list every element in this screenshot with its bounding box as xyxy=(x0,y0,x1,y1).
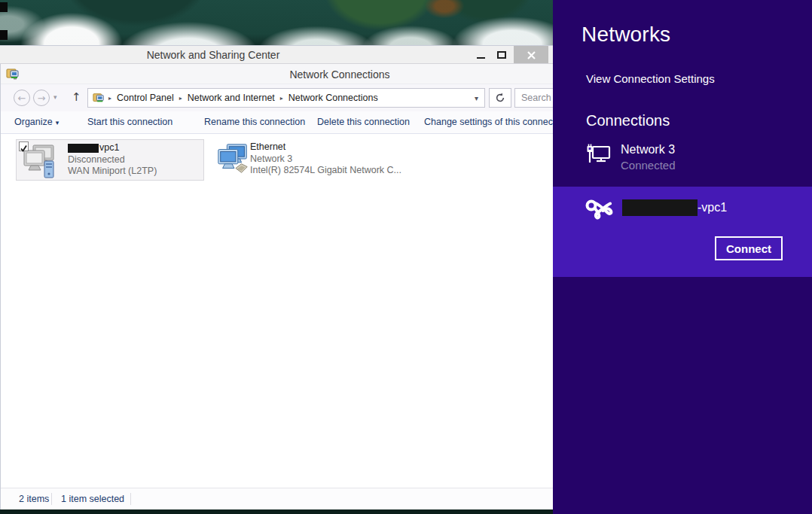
connection-name: vpc1 xyxy=(68,142,157,154)
breadcrumb-control-panel[interactable]: Control Panel xyxy=(115,93,176,103)
close-button[interactable] xyxy=(514,46,548,64)
delete-connection-button[interactable]: Delete this connection xyxy=(317,117,410,127)
network-item-wired[interactable]: Network 3 Connected xyxy=(586,143,676,172)
connection-status: Disconnected xyxy=(68,154,157,166)
status-divider xyxy=(130,493,131,505)
ethernet-monitors-icon xyxy=(215,141,252,178)
folder-content: vpc1 Disconnected WAN Miniport (L2TP) xyxy=(1,134,553,488)
command-toolbar: Organize▾ Start this connection Rename t… xyxy=(1,111,553,134)
connection-name: Ethernet xyxy=(250,141,401,154)
vpn-icon xyxy=(585,196,615,220)
minimize-button[interactable] xyxy=(470,46,491,64)
network-name: Network 3 xyxy=(621,143,676,157)
connection-network: Network 3 xyxy=(250,154,401,166)
back-button[interactable]: ← xyxy=(14,90,30,106)
search-box xyxy=(514,88,553,108)
refresh-icon xyxy=(495,93,505,103)
selected-count: 1 item selected xyxy=(61,494,124,504)
vpn-name: -vpc1 xyxy=(698,201,727,214)
connection-device: Intel(R) 82574L Gigabit Network C... xyxy=(250,165,401,177)
address-dropdown-chevron-icon[interactable]: ▾ xyxy=(475,94,478,102)
start-connection-button[interactable]: Start this connection xyxy=(87,117,172,127)
network-connections-window: Network Connections ← → ▾ ↑ ▸ Control Pa… xyxy=(0,64,553,509)
refresh-button[interactable] xyxy=(489,88,511,108)
back-arrow-icon: ← xyxy=(18,93,26,104)
address-location-icon xyxy=(93,92,105,104)
status-bar: 2 items 1 item selected xyxy=(1,488,553,509)
network-connections-titlebar: Network Connections xyxy=(1,64,553,84)
check-icon xyxy=(20,144,28,153)
forward-button[interactable]: → xyxy=(33,90,50,106)
item-checkbox[interactable] xyxy=(19,141,29,151)
address-bar[interactable]: ▸ Control Panel ▸ Network and Internet ▸… xyxy=(87,88,485,108)
network-item-vpn-selected[interactable]: -vpc1 Connect xyxy=(553,187,812,277)
close-icon xyxy=(527,50,536,60)
navigation-bar: ← → ▾ ↑ ▸ Control Panel ▸ Network and In… xyxy=(1,84,553,111)
maximize-button[interactable] xyxy=(491,46,512,64)
panel-title: Networks xyxy=(582,23,670,47)
minimize-icon xyxy=(477,57,485,59)
breadcrumb-network-connections[interactable]: Network Connections xyxy=(287,93,380,103)
view-connection-settings-link[interactable]: View Connection Settings xyxy=(586,72,715,85)
breadcrumb-network-and-internet[interactable]: Network and Internet xyxy=(186,93,276,103)
connect-button[interactable]: Connect xyxy=(715,236,783,260)
redaction-mark xyxy=(68,144,99,153)
redaction-mark xyxy=(0,2,8,12)
redaction-mark xyxy=(0,30,8,40)
network-connections-app-icon xyxy=(6,67,20,81)
connection-item-ethernet[interactable]: Ethernet Network 3 Intel(R) 82574L Gigab… xyxy=(214,139,425,181)
connection-item-vpn[interactable]: vpc1 Disconnected WAN Miniport (L2TP) xyxy=(16,139,204,181)
network-status: Connected xyxy=(621,159,676,172)
connections-header: Connections xyxy=(586,112,670,129)
breadcrumb-separator-icon: ▸ xyxy=(176,95,186,102)
wired-network-icon xyxy=(586,143,612,167)
window-title: Network Connections xyxy=(289,68,389,81)
maximize-icon xyxy=(497,51,506,59)
network-sharing-center-titlebar: Network and Sharing Center xyxy=(0,45,553,64)
forward-arrow-icon: → xyxy=(38,93,46,104)
organize-chevron-icon: ▾ xyxy=(56,119,60,126)
organize-button[interactable]: Organize▾ xyxy=(14,117,59,127)
redaction-mark xyxy=(622,199,698,216)
status-divider xyxy=(51,493,52,505)
rename-connection-button[interactable]: Rename this connection xyxy=(204,117,305,127)
window-title: Network and Sharing Center xyxy=(147,49,280,61)
items-count: 2 items xyxy=(19,494,49,504)
breadcrumb-separator-icon: ▸ xyxy=(276,95,287,102)
up-button[interactable]: ↑ xyxy=(72,90,81,104)
networks-panel: Networks View Connection Settings Connec… xyxy=(553,0,812,514)
connection-device: WAN Miniport (L2TP) xyxy=(68,166,157,178)
breadcrumb-separator-icon: ▸ xyxy=(105,95,115,102)
change-settings-button[interactable]: Change settings of this connection xyxy=(424,117,553,127)
recent-pages-chevron-icon[interactable]: ▾ xyxy=(53,93,57,101)
screen: Network and Sharing Center Network Conne… xyxy=(0,0,812,514)
search-input[interactable] xyxy=(515,89,553,107)
